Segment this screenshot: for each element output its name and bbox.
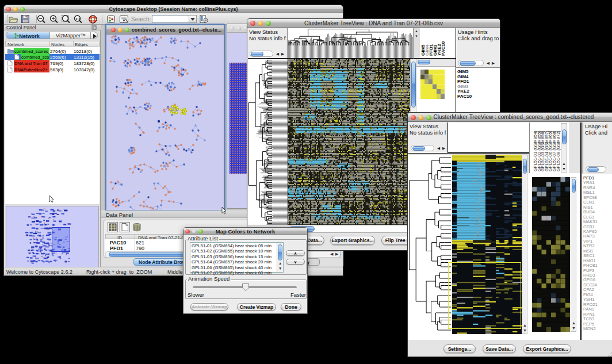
svg-text:1:1: 1:1 [75, 17, 81, 21]
